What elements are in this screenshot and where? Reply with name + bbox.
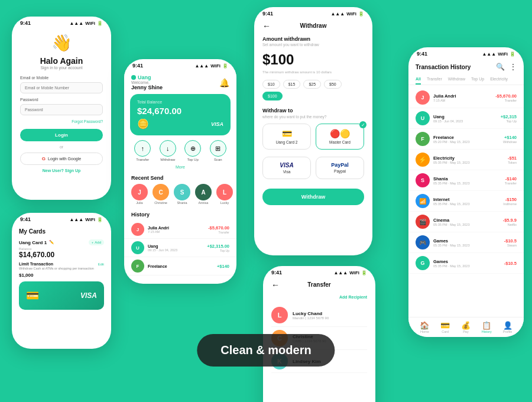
balance-label: Total Balance: [137, 100, 223, 104]
h-info: Uang 09:15 · Jun 04, 2023: [148, 244, 207, 252]
dest-title: Withdraw to: [262, 108, 364, 114]
contact-lucky[interactable]: L Lucky: [216, 184, 233, 205]
nav-profile[interactable]: 👤 Profile: [503, 321, 512, 333]
add-recipient-button[interactable]: Add Recipient: [339, 295, 367, 299]
history-row[interactable]: G Games 05:35 PM · May 15, 2023 -$10.5: [408, 253, 524, 274]
notification-icon[interactable]: 🔔: [219, 78, 229, 87]
back-arrow-icon[interactable]: ←: [262, 21, 271, 31]
search-icon[interactable]: 🔍: [496, 63, 505, 71]
history-title: Transaction History: [416, 64, 471, 70]
h-time: 09:15 · Jun 04, 2023: [148, 248, 207, 252]
more-button[interactable]: More: [124, 165, 236, 173]
card-options: 💳 Uang Card 2 ✓ 🔴🟡 Master Card: [262, 124, 364, 150]
edit-limit-link[interactable]: Edit: [98, 262, 104, 266]
bottom-nav: 🏠 Home 💳 Card 💰 Pay 📋 History 👤 Profile: [408, 317, 524, 337]
chip-icon: 💳: [26, 289, 39, 302]
password-input[interactable]: [20, 104, 103, 115]
recipient-lucky[interactable]: L Lucky Chand Mandiri | 1234 5678 90: [271, 304, 367, 327]
chip-25[interactable]: $25: [303, 80, 321, 89]
contact-name: Shania: [174, 201, 190, 205]
r-name: Lucky Chand: [293, 311, 367, 316]
email-input[interactable]: [20, 82, 103, 93]
tab-transfer[interactable]: Transfer: [427, 74, 442, 85]
visa-label: VISA: [211, 121, 223, 127]
contact-julia[interactable]: J Julia: [131, 184, 148, 205]
history-row[interactable]: 📶 Internet 05:35 PM · May 15, 2023 -$150…: [408, 191, 524, 212]
action-scan[interactable]: ⊞ Scan: [210, 140, 226, 161]
thi-right: -$10.5 Steam: [504, 238, 517, 247]
tab-topup[interactable]: Top Up: [471, 74, 484, 85]
history-row[interactable]: 🎬 Cinema 05:35 PM · May 15, 2023 -$5.9.9…: [408, 212, 524, 232]
withdraw-status-bar: 9:41 ▲▲▲ WiFi 🔋: [254, 7, 372, 18]
transfer-status-icons: ▲▲▲ WiFi 🔋: [333, 270, 367, 275]
thi-name: Games: [433, 238, 504, 244]
nav-pay[interactable]: 💰 Pay: [461, 321, 471, 333]
history-item[interactable]: U Uang 09:15 · Jun 04, 2023 +$2,315.00 T…: [124, 239, 236, 257]
history-row[interactable]: S Shania 05:35 PM · May 15, 2023 -$140 T…: [408, 170, 524, 191]
history-row[interactable]: 🎮 Games 05:35 PM · May 15, 2023 -$10.5 S…: [408, 232, 524, 253]
transfer-back-icon[interactable]: ←: [271, 280, 280, 290]
history-item[interactable]: J Julia Andri 7:15 AM -$5,670.00 Transfe…: [124, 221, 236, 239]
add-card-button[interactable]: + Add: [89, 239, 104, 245]
home-icon: 🏠: [420, 321, 429, 330]
card-uang[interactable]: 💳 Uang Card 2: [262, 124, 311, 150]
chip-15[interactable]: $15: [283, 80, 301, 89]
chip-50[interactable]: $50: [324, 80, 342, 89]
h-type: Top Up: [207, 249, 229, 252]
card-mastercard[interactable]: ✓ 🔴🟡 Master Card: [316, 124, 364, 150]
signup-link[interactable]: Sign Up: [65, 168, 80, 173]
thi-info: Games 05:35 PM · May 15, 2023: [433, 238, 504, 247]
nav-history[interactable]: 📋 History: [482, 321, 492, 333]
add-recipient-row: Add Recipient: [271, 295, 367, 299]
login-button[interactable]: Login: [20, 129, 103, 141]
nav-home[interactable]: 🏠 Home: [420, 321, 429, 333]
edit-icon[interactable]: ✏️: [49, 240, 54, 245]
history-row[interactable]: F Freelance 05:20 PM · May 15, 2023 +$14…: [408, 129, 524, 150]
contact-name: Julia: [131, 201, 148, 205]
thi-right: -$5.9.9 Netflix: [503, 218, 517, 226]
pay-visa[interactable]: VISA Visa: [262, 157, 311, 179]
nav-home-label: Home: [420, 330, 429, 333]
transfer-title: Transfer: [307, 281, 330, 288]
withdraw-button[interactable]: Withdraw: [262, 189, 364, 205]
scan-icon: ⊞: [210, 140, 226, 157]
history-row[interactable]: ⚡ Electricity 05:35 PM · May 15, 2023 -$…: [408, 150, 524, 170]
action-withdraw[interactable]: ↓ Withdraw: [160, 140, 176, 161]
tab-withdraw[interactable]: Withdraw: [448, 74, 465, 85]
thi-right: +$2,315 Top Up: [501, 114, 517, 123]
contact-annisa[interactable]: A Annisa: [195, 184, 212, 205]
dash-welcome: Welcome,: [131, 80, 163, 85]
new-user-text: New User? Sign Up: [20, 168, 103, 173]
dash-actions: ↑ Transfer ↓ Withdraw ⊕ Top Up ⊞ Scan: [124, 140, 236, 165]
thi-avatar: J: [416, 90, 430, 105]
thi-time: 7:15 AM: [433, 99, 495, 102]
action-topup[interactable]: ⊕ Top Up: [184, 140, 201, 161]
card-item-row: Uang Card 1 ✏️ + Add: [19, 239, 104, 245]
tab-electricity[interactable]: Electricity: [490, 74, 508, 85]
pay-paypal[interactable]: PayPal Paypal: [316, 157, 364, 179]
chip-100[interactable]: $100: [262, 92, 283, 100]
dest-sub: where do you want to put the money?: [262, 115, 364, 119]
menu-icon[interactable]: ⋮: [510, 63, 517, 71]
tab-all[interactable]: All: [416, 74, 421, 85]
cards-status-bar: 9:41 ▲▲▲ WiFi 🔋: [12, 213, 111, 223]
google-login-button[interactable]: G Login with Google: [20, 153, 103, 165]
chip-10[interactable]: $10: [262, 80, 280, 89]
login-title: Halo Again: [20, 56, 103, 66]
history-item[interactable]: F Freelance +$140: [124, 257, 236, 275]
or-divider: or: [20, 145, 103, 149]
visa-logo: VISA: [80, 291, 97, 300]
password-label: Password: [20, 98, 103, 102]
history-row[interactable]: U Uang 09:15 · Jun 04, 2023 +$2,315 Top …: [408, 108, 524, 129]
forgot-password[interactable]: Forgot Password?: [20, 119, 103, 124]
check-icon: ✓: [359, 121, 366, 128]
contact-shania[interactable]: S Shania: [174, 184, 190, 205]
action-transfer[interactable]: ↑ Transfer: [134, 140, 151, 161]
history-row[interactable]: J Julia Andri 7:15 AM -$5,670.00 Transfe…: [408, 87, 524, 108]
nav-card[interactable]: 💳 Card: [440, 321, 450, 333]
wifi-icon: WiFi: [85, 21, 95, 26]
contact-christine[interactable]: C Christine: [153, 184, 169, 205]
thi-info: Julia Andri 7:15 AM: [433, 93, 495, 102]
thi-name: Uang: [433, 114, 501, 119]
thi-type: Top Up: [501, 119, 517, 123]
